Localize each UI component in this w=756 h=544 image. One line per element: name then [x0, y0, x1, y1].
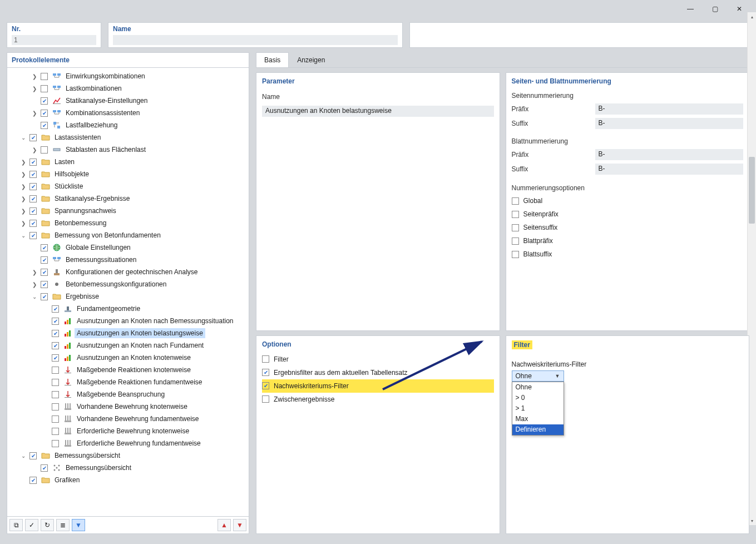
- tree-checkbox[interactable]: ✔: [52, 342, 59, 349]
- option-row[interactable]: ✔Ergebnisfilter aus dem aktuellen Tabell…: [262, 366, 494, 379]
- tree-checkbox[interactable]: ✔: [29, 232, 37, 239]
- tree-row[interactable]: ❯✔Betonbemessungskonfigurationen: [8, 278, 248, 290]
- tree-row[interactable]: ✔Ausnutzungen an Knoten knotenweise: [8, 352, 248, 364]
- checkbox[interactable]: [262, 395, 269, 403]
- expand-icon[interactable]: ❯: [19, 184, 27, 190]
- expand-icon[interactable]: ❯: [31, 269, 38, 275]
- tree-row[interactable]: ❯✔Betonbemessung: [8, 217, 248, 229]
- tree-row[interactable]: ✔Grafiken: [8, 474, 248, 486]
- option-row[interactable]: Zwischenergebnisse: [262, 393, 494, 406]
- tree-row[interactable]: Maßgebende Reaktionen knotenweise: [8, 364, 248, 376]
- tree-row[interactable]: ✔Fundamentgeometrie: [8, 303, 248, 315]
- nr-value[interactable]: 1: [12, 35, 96, 45]
- tree-checkbox[interactable]: ✔: [52, 318, 59, 325]
- close-button[interactable]: ✕: [729, 2, 749, 16]
- tb-check-button[interactable]: ✓: [25, 519, 38, 531]
- expand-icon[interactable]: ❯: [31, 281, 38, 288]
- tree-row[interactable]: ✔Statikanalyse-Einstellungen: [8, 95, 248, 107]
- tree-row[interactable]: Maßgebende Reaktionen fundamentweise: [8, 376, 248, 388]
- tree-row[interactable]: ⌄✔Bemessung von Betonfundamenten: [8, 229, 248, 241]
- tree-checkbox[interactable]: ✔: [41, 256, 48, 264]
- tree-checkbox[interactable]: ✔: [29, 220, 37, 227]
- expand-icon[interactable]: ❯: [31, 147, 38, 153]
- filter-dropdown[interactable]: Ohne ▼ Ohne> 0> 1MaxDefinieren: [512, 370, 564, 382]
- expand-icon[interactable]: ❯: [31, 110, 38, 116]
- tree-checkbox[interactable]: ✔: [52, 354, 59, 362]
- tab-anzeigen[interactable]: Anzeigen: [289, 52, 333, 67]
- checkbox[interactable]: [512, 211, 519, 218]
- name-value[interactable]: [113, 35, 398, 45]
- tree-row[interactable]: ❯Einwirkungskombinationen: [8, 70, 248, 82]
- tab-basis[interactable]: Basis: [256, 52, 289, 67]
- numbering-option[interactable]: Seitenpräfix: [512, 207, 744, 221]
- tree-row[interactable]: ✔Globale Einstellungen: [8, 241, 248, 254]
- tree-row[interactable]: Vorhandene Bewehrung knotenweise: [8, 400, 248, 413]
- tree-row[interactable]: ❯Lastkombinationen: [8, 82, 248, 95]
- checkbox[interactable]: ✔: [262, 369, 269, 376]
- tree-row[interactable]: ❯✔Statikanalyse-Ergebnisse: [8, 192, 248, 205]
- expand-icon[interactable]: ⌄: [19, 135, 27, 141]
- checkbox[interactable]: [512, 251, 519, 258]
- tree-checkbox[interactable]: ✔: [41, 122, 48, 129]
- checkbox[interactable]: ✔: [262, 382, 269, 389]
- tree-checkbox[interactable]: [52, 403, 59, 411]
- tree-checkbox[interactable]: [41, 85, 48, 92]
- minimize-button[interactable]: —: [680, 2, 700, 16]
- tree-checkbox[interactable]: ✔: [41, 97, 48, 105]
- sheet-suffix-value[interactable]: B-: [595, 164, 744, 175]
- expand-icon[interactable]: ❯: [19, 208, 27, 214]
- page-suffix-value[interactable]: B-: [595, 118, 744, 129]
- tree-checkbox[interactable]: ✔: [41, 281, 48, 288]
- tree-row[interactable]: ❯Stablasten aus Flächenlast: [8, 144, 248, 156]
- tree-row[interactable]: ✔Bemessungsübersicht: [8, 462, 248, 474]
- expand-icon[interactable]: ⌄: [31, 294, 38, 300]
- expand-icon[interactable]: ❯: [31, 73, 38, 80]
- numbering-option[interactable]: Blattsuffix: [512, 248, 744, 261]
- dropdown-item[interactable]: > 0: [512, 393, 564, 403]
- tree-checkbox[interactable]: ✔: [41, 244, 48, 251]
- numbering-option[interactable]: Blattpräfix: [512, 234, 744, 248]
- tree-checkbox[interactable]: ✔: [41, 110, 48, 117]
- tree-checkbox[interactable]: [52, 379, 59, 386]
- tree-row[interactable]: ❯✔Lasten: [8, 156, 248, 168]
- tb-down-button[interactable]: ▼: [233, 519, 246, 531]
- tree-checkbox[interactable]: ✔: [29, 477, 37, 484]
- tree-checkbox[interactable]: ✔: [41, 464, 48, 472]
- expand-icon[interactable]: ❯: [19, 159, 27, 165]
- option-row[interactable]: Filter: [262, 353, 494, 366]
- expand-icon[interactable]: ❯: [19, 196, 27, 202]
- dropdown-item[interactable]: Definieren: [512, 424, 564, 435]
- tree-row[interactable]: ✔Ausnutzungen an Knoten nach Bemessungss…: [8, 315, 248, 327]
- tree-row[interactable]: Erforderliche Bewehrung knotenweise: [8, 425, 248, 437]
- dropdown-item[interactable]: Max: [512, 414, 564, 424]
- dropdown-item[interactable]: Ohne: [512, 382, 564, 393]
- tree-row[interactable]: ❯✔Kombinationsassistenten: [8, 107, 248, 119]
- tree-checkbox[interactable]: ✔: [52, 305, 59, 313]
- numbering-option[interactable]: Global: [512, 194, 744, 207]
- scroll-thumb[interactable]: [749, 157, 755, 224]
- sheet-prefix-value[interactable]: B-: [595, 149, 744, 160]
- param-name-value[interactable]: Ausnutzungen an Knoten belastungsweise: [262, 106, 494, 117]
- tree-checkbox[interactable]: ✔: [29, 159, 37, 166]
- tree-row[interactable]: ⌄✔Lastassistenten: [8, 131, 248, 144]
- tb-refresh-button[interactable]: ↻: [41, 519, 54, 531]
- checkbox[interactable]: [262, 355, 269, 363]
- filter-dropdown-list[interactable]: Ohne> 0> 1MaxDefinieren: [512, 382, 564, 436]
- option-row[interactable]: ✔Nachweiskriteriums-Filter: [262, 379, 494, 393]
- numbering-option[interactable]: Seitensuffix: [512, 221, 744, 234]
- tree-row[interactable]: Erforderliche Bewehrung fundamentweise: [8, 437, 248, 449]
- checkbox[interactable]: [512, 224, 519, 231]
- tb-select-button[interactable]: ⧉: [9, 519, 23, 531]
- tree-checkbox[interactable]: ✔: [29, 183, 37, 190]
- scroll-up-button[interactable]: ▴: [748, 12, 756, 21]
- checkbox[interactable]: [512, 238, 519, 245]
- tree-row[interactable]: Maßgebende Beanspruchung: [8, 388, 248, 400]
- tree-row[interactable]: ❯✔Spannungsnachweis: [8, 205, 248, 217]
- filter-dropdown-head[interactable]: Ohne ▼: [512, 370, 564, 382]
- tree-checkbox[interactable]: ✔: [41, 269, 48, 276]
- tree-checkbox[interactable]: [41, 146, 48, 154]
- tree-row[interactable]: ❯✔Hilfsobjekte: [8, 168, 248, 180]
- tb-filter-button[interactable]: ▼: [72, 519, 85, 531]
- tree-checkbox[interactable]: [52, 428, 59, 435]
- expand-icon[interactable]: ❯: [31, 86, 38, 92]
